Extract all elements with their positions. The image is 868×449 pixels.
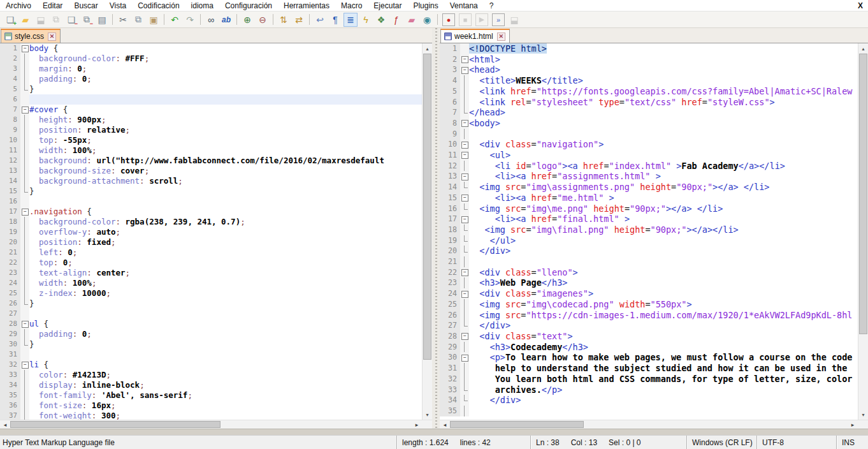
menu-item-herramientas[interactable]: Herramientas <box>278 0 335 11</box>
fold-collapse-icon[interactable] <box>460 331 469 342</box>
code-text: margin: 0; <box>29 64 422 74</box>
left-code-area[interactable]: 1body {2 background-color: #FFF;3 margin… <box>0 43 422 420</box>
sync-vertical-scroll-icon[interactable]: ⇅ <box>277 13 291 27</box>
right-horizontal-scrollbar[interactable]: ◂▸ <box>440 420 868 429</box>
tab-week1-html[interactable]: week1.html ✕ <box>440 29 510 43</box>
left-vertical-scrollbar[interactable]: ▴▾ <box>422 43 432 420</box>
close-file-icon[interactable]: ❏− <box>64 13 78 27</box>
scroll-left-arrow-icon[interactable]: ◂ <box>440 420 450 429</box>
close-icon[interactable]: ✕ <box>497 33 505 41</box>
right-code-area[interactable]: 1<!DOCTYPE html>2<html>3<head>4 <title>W… <box>440 43 858 420</box>
menu-item-plugins[interactable]: Plugins <box>407 0 444 11</box>
glyph: » <box>496 16 500 24</box>
show-all-characters-icon[interactable]: ¶ <box>328 13 342 27</box>
menu-item-editar[interactable]: Editar <box>37 0 68 11</box>
fold-collapse-icon[interactable] <box>460 267 469 278</box>
sync-horizontal-scroll-icon[interactable]: ⇄ <box>292 13 306 27</box>
fold-collapse-icon[interactable] <box>460 150 469 161</box>
fold-collapse-icon[interactable] <box>460 54 469 65</box>
replace-icon[interactable]: ab <box>219 13 233 27</box>
right-editor[interactable]: 1<!DOCTYPE html>2<html>3<head>4 <title>W… <box>440 43 868 420</box>
redo-icon[interactable]: ↷ <box>183 13 197 27</box>
fold-collapse-icon[interactable] <box>20 43 29 54</box>
menu-item-?[interactable]: ? <box>484 0 500 11</box>
menu-item-idioma[interactable]: idioma <box>185 0 219 11</box>
menu-item-buscar[interactable]: Buscar <box>68 0 103 11</box>
pane-splitter[interactable] <box>432 28 440 429</box>
print-icon[interactable]: ▤ <box>95 13 109 27</box>
left-horizontal-scrollbar[interactable]: ◂▸ <box>0 420 432 429</box>
toolbar-separator <box>200 14 201 25</box>
code-segment: = <box>702 97 707 107</box>
fold-collapse-icon[interactable] <box>460 288 469 299</box>
scroll-left-arrow-icon[interactable]: ◂ <box>0 420 10 429</box>
macro-run-multiple-icon[interactable]: » <box>492 13 505 26</box>
window-close-button[interactable]: X <box>858 1 863 10</box>
glyph: ⧉ <box>83 14 90 25</box>
save-all-icon[interactable]: ⧉ <box>49 13 63 27</box>
menu-item-ventana[interactable]: Ventana <box>444 0 484 11</box>
paste-icon[interactable]: ▣ <box>147 13 161 27</box>
fold-collapse-icon[interactable] <box>20 105 29 115</box>
scroll-down-arrow-icon[interactable]: ▾ <box>858 409 868 420</box>
find-icon[interactable]: ∞ <box>204 13 218 27</box>
zoom-out-icon[interactable]: ⊖ <box>256 13 270 27</box>
undo-icon[interactable]: ↶ <box>168 13 182 27</box>
menu-item-configuracin[interactable]: Configuración <box>219 0 278 11</box>
scroll-up-arrow-icon[interactable]: ▴ <box>423 43 432 54</box>
menu-item-ejecutar[interactable]: Ejecutar <box>368 0 407 11</box>
code-line: 12 <li id="logo"><a href="index.html" >F… <box>440 161 858 172</box>
scroll-right-arrow-icon[interactable]: ▸ <box>412 420 422 429</box>
menu-item-macro[interactable]: Macro <box>335 0 368 11</box>
macro-play-icon[interactable]: ▶ <box>475 13 488 26</box>
line-number: 5 <box>0 84 20 94</box>
fold-collapse-icon[interactable] <box>460 352 469 363</box>
horizontal-scroll-thumb[interactable] <box>10 421 221 428</box>
open-folder-icon[interactable]: ▰ <box>18 13 33 27</box>
document-map-icon[interactable]: ❖ <box>374 13 388 27</box>
scroll-right-arrow-icon[interactable]: ▸ <box>848 420 858 429</box>
fold-collapse-icon[interactable] <box>20 207 29 217</box>
scroll-down-arrow-icon[interactable]: ▾ <box>423 409 432 420</box>
code-segment: } <box>29 186 34 196</box>
menu-item-codificacin[interactable]: Codificación <box>132 0 185 11</box>
copy-icon[interactable]: ⧉ <box>131 13 145 27</box>
fold-collapse-icon[interactable] <box>460 118 469 129</box>
folder-as-workspace-icon[interactable]: ▰ <box>405 13 419 27</box>
close-icon[interactable]: ✕ <box>48 33 56 41</box>
fold-collapse-icon[interactable] <box>460 139 469 150</box>
fold-collapse-icon[interactable] <box>20 319 29 329</box>
code-line: 3<head> <box>440 64 858 75</box>
monitoring-icon[interactable]: ◉ <box>420 13 434 27</box>
code-segment: font-weight <box>39 411 92 420</box>
left-editor[interactable]: 1body {2 background-color: #FFF;3 margin… <box>0 43 432 420</box>
cut-icon[interactable]: ✂ <box>116 13 130 27</box>
macro-record-icon[interactable]: ● <box>442 13 455 26</box>
menu-item-vista[interactable]: Vista <box>104 0 132 11</box>
menu-item-archivo[interactable]: Archivo <box>0 0 37 11</box>
new-file-icon[interactable]: ❏+ <box>3 13 17 27</box>
save-icon[interactable]: ⬓ <box>34 13 48 27</box>
macro-stop-icon[interactable]: ■ <box>459 13 472 26</box>
fold-collapse-icon[interactable] <box>460 193 469 203</box>
word-wrap-icon[interactable]: ↩ <box>313 13 327 27</box>
right-vertical-scrollbar[interactable]: ▴▾ <box>858 43 868 420</box>
fold-collapse-icon[interactable] <box>460 171 469 182</box>
indent-guide-icon[interactable]: ≣ <box>344 13 358 27</box>
fold-margin <box>460 277 469 288</box>
fold-margin <box>20 166 29 176</box>
close-all-icon[interactable]: ⧉− <box>80 13 94 27</box>
fold-collapse-icon[interactable] <box>460 64 469 75</box>
vertical-scroll-thumb[interactable] <box>859 54 867 334</box>
fold-collapse-icon[interactable] <box>20 360 29 370</box>
vertical-scroll-thumb[interactable] <box>423 54 431 360</box>
fold-collapse-icon[interactable] <box>460 214 469 224</box>
scroll-up-arrow-icon[interactable]: ▴ <box>858 43 868 54</box>
macro-save-icon[interactable]: ⬓ <box>507 13 521 27</box>
function-list-icon[interactable]: ƒ <box>389 13 403 27</box>
zoom-in-icon[interactable]: ⊕ <box>240 13 254 27</box>
horizontal-scroll-thumb[interactable] <box>450 421 584 428</box>
tab-style-css[interactable]: style.css ✕ <box>1 29 61 43</box>
code-segment: "90px;" <box>676 182 712 192</box>
user-defined-language-icon[interactable]: ϟ <box>359 13 373 27</box>
